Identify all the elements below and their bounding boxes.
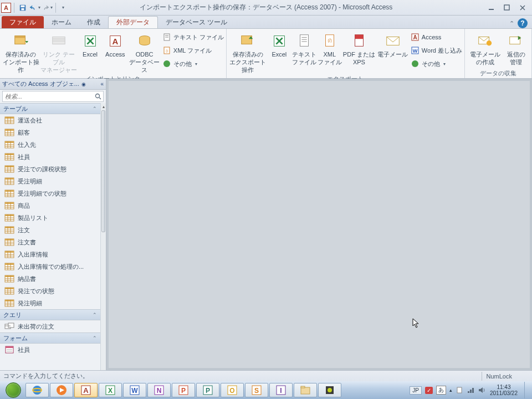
tab-create[interactable]: 作成 [79,16,108,28]
import-xml-file-button[interactable]: ⟨⟩XML ファイル [162,44,212,57]
start-button[interactable] [2,382,24,398]
ime-mode[interactable]: あ [436,386,446,395]
clock[interactable]: 11:432011/03/22 [489,384,519,396]
taskbar-outlook[interactable]: O [221,383,244,397]
nav-item[interactable]: 製品リスト [0,212,100,224]
taskbar-access[interactable]: A [74,383,98,397]
export-excel-button[interactable]: Excel [267,30,291,59]
nav-item[interactable]: 受注明細 [0,175,100,187]
nav-item[interactable]: 注文書 [0,236,100,248]
nav-item[interactable]: 仕入先 [0,139,100,151]
saved-exports-button[interactable]: 保存済みのエクスポート操作 [229,30,267,74]
taskbar-onenote[interactable]: N [147,383,171,397]
svg-point-35 [412,60,418,67]
close-button[interactable] [519,4,526,12]
nav-search [2,91,104,102]
network-icon[interactable] [467,386,474,394]
import-excel-button[interactable]: Excel [78,30,103,59]
qat-save-button[interactable] [17,2,28,13]
content-area [106,79,532,370]
taskbar-excel[interactable]: X [99,383,122,397]
nav-item[interactable]: 受注での課税状態 [0,163,100,175]
maximize-button[interactable] [503,4,511,12]
nav-item[interactable]: 受注明細での状態 [0,187,100,200]
export-access-button[interactable]: AAccess [411,31,441,43]
create-email-button[interactable]: 電子メールの作成 [467,30,503,66]
taskbar-powerpoint[interactable]: P [172,383,195,397]
ribbon-tabs: ファイル ホーム 作成 外部データ データベース ツール ⌃ ? [0,16,532,29]
tab-file[interactable]: ファイル [2,16,44,28]
svg-text:W: W [131,387,138,395]
taskbar-infopath[interactable]: I [269,383,293,397]
nav-item[interactable]: 納品書 [0,273,100,285]
nav-item[interactable]: 顧客 [0,126,100,139]
nav-category-header[interactable]: クエリ⌃ [0,309,100,320]
minimize-button[interactable] [488,4,495,12]
nav-item[interactable]: 発注明細 [0,297,100,309]
taskbar-ie[interactable] [25,383,49,397]
volume-icon[interactable] [478,386,485,394]
nav-item[interactable]: 入出庫情報での処理の... [0,260,100,273]
saved-imports-button[interactable]: 保存済みのインポート操作 [2,30,40,74]
export-pdf-xps-button[interactable]: PDF またはXPS [342,30,376,66]
tab-home[interactable]: ホーム [44,16,79,28]
tab-database-tools[interactable]: データベース ツール [158,16,235,28]
svg-rect-22 [300,35,309,47]
svg-point-168 [328,388,332,392]
nav-search-input[interactable] [3,91,93,101]
nav-item[interactable]: 運送会社 [0,114,100,126]
taskbar-word[interactable]: W [123,383,146,397]
import-other-button[interactable]: その他▾ [162,58,197,70]
taskbar-media-player[interactable] [50,383,73,397]
qat-customize[interactable]: ▾ [60,5,66,10]
export-text-file-button[interactable]: テキストファイル [292,30,317,66]
qat-undo-button[interactable]: ▾ [29,2,40,13]
taskbar-publisher[interactable]: P [196,383,219,397]
export-word-merge-button[interactable]: WWord 差し込み [411,44,462,57]
taskbar-explorer[interactable] [294,383,317,397]
ribbon-minimize-icon[interactable]: ⌃ [509,20,514,27]
nav-category-header[interactable]: フォーム⌃ [0,332,100,344]
nav-scrollbar[interactable]: ▴ [100,103,106,370]
scroll-up-icon[interactable]: ▴ [101,103,106,110]
tab-external-data[interactable]: 外部データ [108,16,158,28]
svg-rect-2 [21,8,24,10]
svg-line-40 [99,98,101,99]
taskbar-app[interactable] [318,383,341,397]
nav-item[interactable]: 社員 [0,344,100,356]
scroll-thumb[interactable] [101,110,105,232]
import-access-button[interactable]: A Access [103,30,127,59]
taskbar-sharepoint[interactable]: S [245,383,268,397]
svg-rect-84 [5,202,14,204]
nav-item[interactable]: 入出庫情報 [0,248,100,260]
export-other-button[interactable]: その他▾ [411,58,446,70]
ime-icon[interactable]: ✓ [425,387,433,394]
language-indicator[interactable]: JP [410,386,422,395]
export-email-button[interactable]: 電子メール [376,30,410,59]
nav-collapse-icon[interactable]: « [100,81,104,87]
import-text-file-button[interactable]: テキスト ファイル [162,31,224,43]
svg-text:P: P [181,387,186,395]
nav-pane-header[interactable]: すべての Access オブジェ... ◉ « [0,79,106,90]
nav-category-header[interactable]: テーブル⌃ [0,103,100,114]
system-tray: JP ✓ あ ▴ 11:432011/03/22 [410,382,530,398]
search-icon[interactable] [93,91,103,101]
titlebar: A ▾ ▾ ▾ インポートエクスポート操作の保存：データベース (Access … [0,0,532,16]
action-center-icon[interactable] [456,386,463,394]
export-xml-file-button[interactable]: ⟨/⟩ XMLファイル [317,30,342,66]
nav-item[interactable]: 発注での状態 [0,285,100,297]
qat-redo-button[interactable]: ▾ [42,2,53,13]
manage-replies-button[interactable]: 返信の管理 [503,30,529,66]
svg-text:X: X [108,387,112,395]
nav-item[interactable]: 社員 [0,151,100,163]
tray-chevron-up-icon[interactable]: ▴ [449,387,452,393]
svg-point-144 [33,386,42,395]
help-button[interactable]: ? [518,18,528,28]
nav-item[interactable]: 商品 [0,200,100,212]
svg-rect-72 [5,178,14,180]
nav-item[interactable]: 未出荷の注文 [0,320,100,332]
show-desktop-button[interactable] [524,382,530,398]
import-odbc-button[interactable]: ODBCデータベース [127,30,161,74]
nav-dropdown-icon[interactable]: ◉ [79,81,88,87]
nav-item[interactable]: 注文 [0,224,100,236]
